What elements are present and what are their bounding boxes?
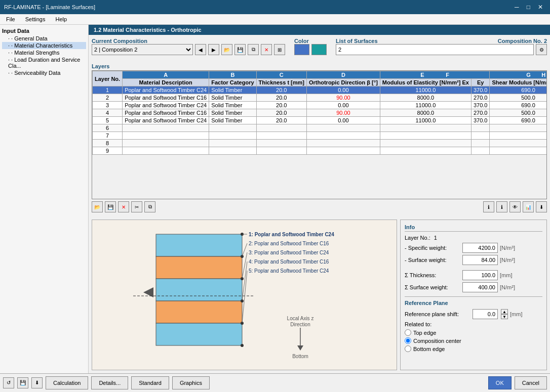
cell-gxz: 690.0 [490, 102, 547, 109]
tbl-save-btn[interactable]: 💾 [105, 201, 116, 212]
cell-material [123, 124, 209, 132]
ref-plane-shift-label: Reference plane shift: [405, 311, 470, 317]
table-row[interactable]: 6 [93, 124, 547, 132]
thickness-input[interactable]: 100.0 [462, 270, 498, 280]
minimize-button[interactable]: ─ [512, 3, 522, 12]
thickness-label: Σ Thickness: [405, 272, 460, 278]
cancel-button[interactable]: Cancel [515, 376, 547, 389]
table-row[interactable]: 7 [93, 132, 547, 140]
details-button[interactable]: Details... [91, 376, 128, 389]
cell-thickness: 20.0 [256, 94, 306, 102]
list-surfaces-input[interactable] [336, 44, 534, 55]
sidebar-item-material-char[interactable]: · · Material Characteristics [2, 42, 86, 49]
specific-weight-input[interactable]: 4200.0 [462, 243, 498, 253]
tbl-cut-btn[interactable]: ✂ [131, 201, 142, 212]
layer-no-label: Layer No.: [405, 235, 430, 241]
ref-plane-title: Reference Plane [405, 300, 542, 306]
legend-line-2: 2: Poplar and Softwood Timber C16 [249, 241, 329, 246]
tbl-view-btn[interactable]: 👁 [509, 201, 521, 212]
delete-btn[interactable]: ✕ [261, 44, 272, 55]
legend-line-3: 3: Poplar and Softwood Timber C24 [249, 250, 329, 255]
tbl-copy-btn[interactable]: ⧉ [144, 201, 155, 212]
col-header-g: G H [490, 71, 547, 79]
graphics-button[interactable]: Graphics [172, 376, 210, 389]
bottom-icon-btn-1[interactable]: ↺ [3, 377, 14, 388]
col-header-layerno: Layer No. [93, 71, 123, 86]
save-btn[interactable]: 💾 [234, 44, 246, 55]
table-row[interactable]: 4 Poplar and Softwood Timber C16 Solid T… [93, 109, 547, 117]
cell-ex [380, 132, 471, 140]
copy-btn[interactable]: ⧉ [248, 44, 259, 55]
radio-bottom-edge-input[interactable] [405, 345, 411, 352]
col-subheader-ortho: Orthotropic Direction β [°] [307, 79, 380, 86]
cell-ortho: 0.00 [307, 86, 380, 94]
surface-weight2-input[interactable]: 400.00 [462, 282, 498, 292]
next-composition-btn[interactable]: ▶ [208, 44, 219, 55]
cell-ex: 8000.0 [380, 94, 471, 102]
prev-composition-btn[interactable]: ◀ [195, 44, 206, 55]
cell-layerno: 8 [93, 140, 123, 147]
standard-button[interactable]: Standard [131, 376, 169, 389]
surface-weight2-unit: [N/m²] [500, 284, 520, 290]
cell-ey: 370.0 [471, 86, 490, 94]
cell-gxz [490, 124, 547, 132]
cell-ey [471, 147, 490, 155]
color-btn-2[interactable] [311, 44, 327, 55]
sidebar-item-serviceability[interactable]: · · Serviceability Data [2, 69, 86, 76]
table-container[interactable]: Layer No. A B C D E F G H Material Descr… [92, 70, 547, 199]
sidebar-item-material-str[interactable]: · · Material Strengths [2, 49, 86, 56]
radio-composition-center-input[interactable] [405, 337, 411, 344]
table-row[interactable]: 8 [93, 140, 547, 147]
surface-weight-input[interactable]: 84.00 [462, 255, 498, 265]
cell-material: Poplar and Softwood Timber C24 [123, 117, 209, 124]
table-row[interactable]: 2 Poplar and Softwood Timber C16 Solid T… [93, 94, 547, 102]
close-button[interactable]: ✕ [535, 3, 546, 12]
list-surfaces-label: List of Surfaces [336, 38, 378, 44]
open-btn[interactable]: 📂 [221, 44, 232, 55]
composition-no-label: Composition No. 2 [498, 38, 547, 44]
list-surfaces-action-btn[interactable]: ⚙ [536, 44, 547, 55]
color-btn-1[interactable] [294, 44, 309, 55]
maximize-button[interactable]: □ [524, 3, 533, 12]
cell-ortho [307, 140, 380, 147]
table-row[interactable]: 5 Poplar and Softwood Timber C24 Solid T… [93, 117, 547, 124]
current-composition-label: Current Composition [92, 38, 285, 44]
layers-table: Layer No. A B C D E F G H Material Descr… [92, 71, 547, 155]
cell-ortho: 90.00 [307, 109, 380, 117]
tbl-open-btn[interactable]: 📂 [92, 201, 103, 212]
tbl-info2-btn[interactable]: ℹ [496, 201, 507, 212]
bottom-icon-btn-2[interactable]: 💾 [17, 377, 28, 388]
tbl-export-btn[interactable]: ⬇ [536, 201, 547, 212]
calculation-button[interactable]: Calculation [46, 376, 88, 389]
col-header-b: B [209, 71, 256, 79]
ref-plane-shift-input[interactable]: 0.0 [473, 309, 498, 319]
cell-material: Poplar and Softwood Timber C16 [123, 94, 209, 102]
export-btn[interactable]: ⊞ [274, 44, 285, 55]
cell-layerno: 5 [93, 117, 123, 124]
tbl-chart-btn[interactable]: 📊 [523, 201, 534, 212]
menu-settings[interactable]: Settings [21, 15, 50, 23]
radio-bottom-edge-label: Bottom edge [413, 346, 445, 352]
menu-bar: File Settings Help [0, 14, 550, 25]
current-composition-group: Current Composition 2 | Composition 2 ◀ … [92, 38, 285, 55]
cell-ortho: 90.00 [307, 94, 380, 102]
table-row[interactable]: 9 [93, 147, 547, 155]
radio-top-edge-input[interactable] [405, 329, 411, 336]
composition-select[interactable]: 2 | Composition 2 [92, 44, 193, 55]
cell-factor: Solid Timber [209, 109, 256, 117]
tbl-info-btn[interactable]: ℹ [483, 201, 494, 212]
table-row[interactable]: 3 Poplar and Softwood Timber C24 Solid T… [93, 102, 547, 109]
ok-button[interactable]: OK [488, 376, 512, 389]
table-row[interactable]: 1 Poplar and Softwood Timber C24 Solid T… [93, 86, 547, 94]
shift-up-btn[interactable]: ▲ [501, 309, 508, 314]
sidebar-item-general[interactable]: · · General Data [2, 35, 86, 42]
shift-down-btn[interactable]: ▼ [501, 314, 508, 319]
col-subheader-thickness: Thickness t [mm] [256, 79, 306, 86]
tbl-delete-btn[interactable]: ✕ [118, 201, 129, 212]
menu-help[interactable]: Help [51, 15, 71, 23]
cell-layerno: 1 [93, 86, 123, 94]
cell-thickness [256, 132, 306, 140]
menu-file[interactable]: File [2, 15, 19, 23]
sidebar-item-load[interactable]: · · Load Duration and Service Cla... [2, 56, 86, 69]
bottom-icon-btn-3[interactable]: ⬇ [31, 377, 43, 388]
